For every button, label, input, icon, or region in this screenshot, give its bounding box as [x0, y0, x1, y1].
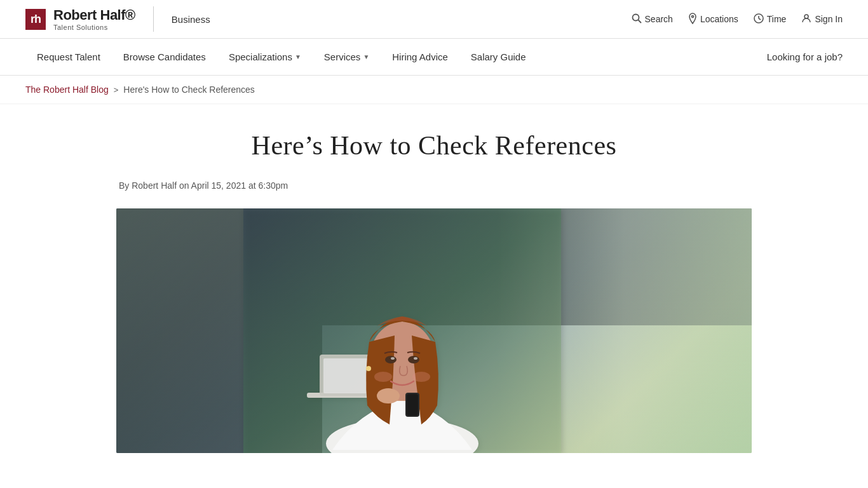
nav-browse-candidates[interactable]: Browse Candidates — [112, 39, 217, 75]
context-label: Business — [172, 14, 210, 25]
article-image — [116, 208, 752, 453]
time-label: Time — [767, 14, 787, 24]
nav-hiring-advice[interactable]: Hiring Advice — [381, 39, 459, 75]
svg-point-20 — [366, 366, 371, 371]
svg-point-17 — [414, 357, 417, 360]
breadcrumb-current: Here's How to Check References — [123, 85, 255, 95]
main-nav: Request Talent Browse Candidates Special… — [0, 39, 868, 76]
nav-looking-for-job[interactable]: Looking for a job? — [767, 39, 843, 75]
person-svg — [243, 208, 561, 453]
user-icon — [801, 13, 811, 25]
signin-label: Sign In — [815, 14, 843, 24]
services-chevron: ▼ — [363, 53, 369, 60]
search-label: Search — [645, 14, 673, 24]
main-content: Here’s How to Check References By Robert… — [104, 104, 764, 453]
nav-left: Request Talent Browse Candidates Special… — [25, 39, 538, 75]
svg-point-18 — [374, 372, 392, 382]
company-name: Robert Half® — [53, 7, 135, 24]
svg-point-15 — [408, 356, 419, 363]
tagline: Talent Solutions — [53, 24, 135, 31]
svg-line-1 — [638, 20, 641, 23]
svg-line-5 — [759, 18, 761, 20]
search-nav-item[interactable]: Search — [632, 13, 673, 25]
logo-text: Robert Half® Talent Solutions — [53, 7, 135, 31]
logo-divider — [153, 6, 154, 32]
top-actions: Search Locations Time — [632, 13, 843, 26]
svg-point-23 — [377, 388, 400, 403]
nav-salary-guide[interactable]: Salary Guide — [459, 39, 538, 75]
svg-point-0 — [632, 14, 639, 20]
svg-point-6 — [804, 15, 808, 18]
article-title: Here’s How to Check References — [116, 130, 752, 161]
logo-box: rh — [25, 9, 46, 30]
svg-point-2 — [691, 15, 693, 17]
top-bar: rh Robert Half® Talent Solutions Busines… — [0, 0, 868, 39]
svg-point-19 — [412, 372, 430, 382]
locations-nav-item[interactable]: Locations — [688, 13, 738, 26]
logo-area: rh Robert Half® Talent Solutions Busines… — [25, 6, 210, 32]
search-icon — [632, 13, 642, 25]
svg-point-16 — [391, 357, 395, 360]
location-icon — [688, 13, 697, 26]
clock-icon — [754, 13, 764, 25]
signin-nav-item[interactable]: Sign In — [801, 13, 843, 25]
specializations-chevron: ▼ — [295, 53, 301, 60]
breadcrumb-blog-link[interactable]: The Robert Half Blog — [25, 85, 109, 95]
svg-rect-22 — [407, 394, 418, 416]
logo-initials: rh — [31, 13, 41, 25]
breadcrumb-separator: > — [114, 85, 119, 95]
article-meta: By Robert Half on April 15, 2021 at 6:30… — [116, 180, 752, 191]
breadcrumb: The Robert Half Blog > Here's How to Che… — [0, 76, 868, 104]
nav-specializations[interactable]: Specializations ▼ — [217, 39, 313, 75]
svg-point-14 — [385, 356, 397, 363]
nav-request-talent[interactable]: Request Talent — [25, 39, 112, 75]
time-nav-item[interactable]: Time — [754, 13, 787, 25]
article-image-container — [116, 208, 752, 453]
nav-services[interactable]: Services ▼ — [313, 39, 381, 75]
locations-label: Locations — [700, 14, 738, 24]
trademark: ® — [125, 7, 135, 23]
